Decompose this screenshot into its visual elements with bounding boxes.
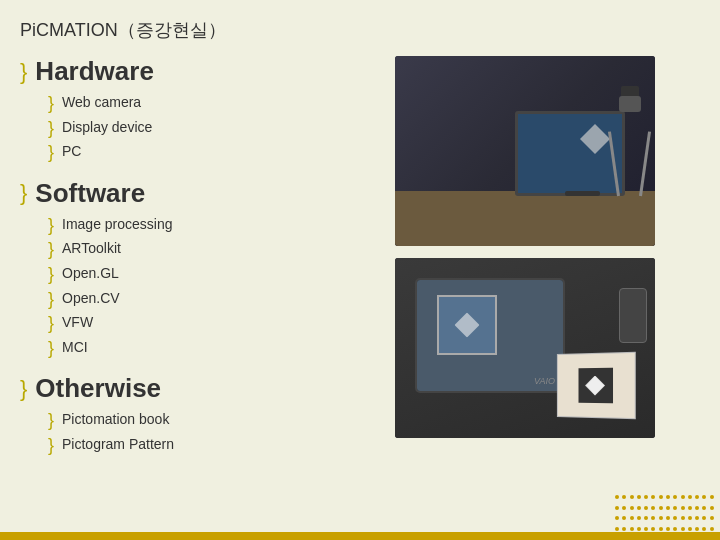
- hardware-section: } Hardware } Web camera } Display device…: [20, 56, 380, 164]
- dot: [702, 495, 706, 499]
- slide: PiCMATION（증강현실） } Hardware } Web camera …: [0, 0, 720, 540]
- dot: [688, 506, 692, 510]
- dot: [622, 495, 626, 499]
- ar-marker-inner: [585, 375, 605, 395]
- dot: [695, 495, 699, 499]
- vaio-screen-content: [437, 295, 497, 355]
- item-bullet: }: [48, 118, 54, 140]
- dot: [688, 516, 692, 520]
- dot: [622, 506, 626, 510]
- yellow-bar: [0, 532, 720, 540]
- dot: [673, 516, 677, 520]
- otherwise-list: } Pictomation book } Pictogram Pattern: [48, 410, 380, 456]
- list-item: } Open.CV: [48, 289, 380, 311]
- item-text: ARToolkit: [62, 239, 121, 259]
- ar-card-content: [558, 353, 635, 418]
- desk: [395, 191, 655, 246]
- item-bullet: }: [48, 435, 54, 457]
- hardware-bullet: }: [20, 61, 27, 83]
- item-bullet: }: [48, 264, 54, 286]
- item-bullet: }: [48, 93, 54, 115]
- dot: [695, 516, 699, 520]
- dot: [637, 506, 641, 510]
- dot: [659, 506, 663, 510]
- dot: [710, 495, 714, 499]
- dot: [666, 516, 670, 520]
- software-section: } Software } Image processing } ARToolki…: [20, 178, 380, 360]
- list-item: } Pictomation book: [48, 410, 380, 432]
- dot: [673, 527, 677, 531]
- ar-card: [557, 352, 636, 419]
- dot: [710, 527, 714, 531]
- dot: [644, 527, 648, 531]
- dot: [710, 516, 714, 520]
- list-item: } ARToolkit: [48, 239, 380, 261]
- list-item: } Display device: [48, 118, 380, 140]
- right-panel: VAIO: [390, 56, 700, 471]
- item-bullet: }: [48, 142, 54, 164]
- monitor: [515, 111, 625, 196]
- dot: [637, 516, 641, 520]
- dot: [630, 506, 634, 510]
- vaio-device: VAIO: [415, 278, 565, 393]
- dot: [673, 495, 677, 499]
- dot: [630, 527, 634, 531]
- content-area: } Hardware } Web camera } Display device…: [20, 56, 700, 471]
- dot: [666, 527, 670, 531]
- ar-marker: [578, 368, 612, 404]
- list-item: } Web camera: [48, 93, 380, 115]
- dot: [710, 506, 714, 510]
- photo-top: [395, 56, 655, 246]
- list-item: } Open.GL: [48, 264, 380, 286]
- dot: [615, 495, 619, 499]
- dot: [666, 506, 670, 510]
- dot: [637, 495, 641, 499]
- vaio-logo: VAIO: [534, 376, 555, 386]
- dot: [651, 527, 655, 531]
- software-header: } Software: [20, 178, 380, 209]
- item-text: Pictogram Pattern: [62, 435, 174, 455]
- item-bullet: }: [48, 215, 54, 237]
- monitor-base: [565, 191, 600, 196]
- dot: [644, 495, 648, 499]
- item-bullet: }: [48, 289, 54, 311]
- photo-bottom: VAIO: [395, 258, 655, 438]
- item-bullet: }: [48, 338, 54, 360]
- dot: [622, 516, 626, 520]
- dot: [688, 527, 692, 531]
- tripod: [612, 96, 647, 196]
- list-item: } Pictogram Pattern: [48, 435, 380, 457]
- dot: [630, 516, 634, 520]
- dot: [637, 527, 641, 531]
- item-bullet: }: [48, 313, 54, 335]
- dot: [659, 516, 663, 520]
- dot: [651, 506, 655, 510]
- dot: [622, 527, 626, 531]
- item-text: Web camera: [62, 93, 141, 113]
- left-panel: } Hardware } Web camera } Display device…: [20, 56, 390, 471]
- hardware-header: } Hardware: [20, 56, 380, 87]
- software-title: Software: [35, 178, 145, 209]
- dot: [681, 495, 685, 499]
- dot: [651, 516, 655, 520]
- item-text: PC: [62, 142, 81, 162]
- monitor-screen: [518, 114, 622, 193]
- tripod-leg2: [639, 131, 651, 196]
- dot: [681, 516, 685, 520]
- dot: [644, 516, 648, 520]
- dot: [615, 527, 619, 531]
- item-text: Open.GL: [62, 264, 119, 284]
- dot: [688, 495, 692, 499]
- dot: [615, 516, 619, 520]
- dot: [615, 506, 619, 510]
- otherwise-section: } Otherwise } Pictomation book } Pictogr…: [20, 373, 380, 456]
- dot: [659, 527, 663, 531]
- item-text: Display device: [62, 118, 152, 138]
- dot: [681, 527, 685, 531]
- dot: [702, 527, 706, 531]
- small-device: [619, 288, 647, 343]
- otherwise-title: Otherwise: [35, 373, 161, 404]
- software-bullet: }: [20, 182, 27, 204]
- hardware-title: Hardware: [35, 56, 154, 87]
- item-bullet: }: [48, 410, 54, 432]
